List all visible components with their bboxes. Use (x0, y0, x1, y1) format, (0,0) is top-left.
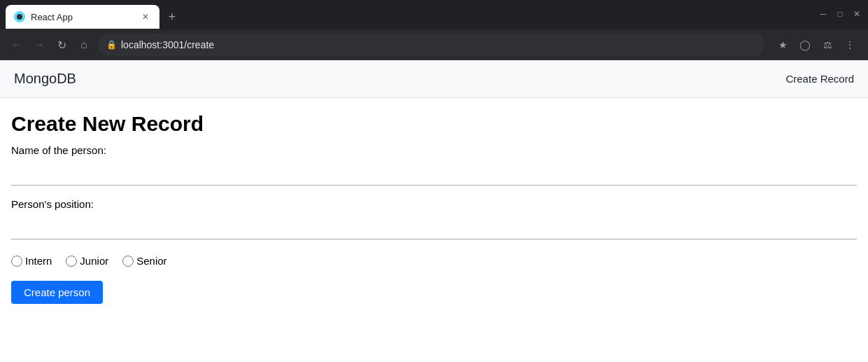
senior-label: Senior (136, 255, 166, 267)
name-label: Name of the person: (11, 144, 857, 156)
profile-icon[interactable]: ◯ (795, 35, 815, 55)
tab-title: React App (31, 12, 134, 22)
junior-radio-label[interactable]: Junior (66, 255, 108, 267)
home-button[interactable]: ⌂ (76, 36, 92, 53)
form-title: Create New Record (11, 112, 857, 136)
app-navbar: MongoDB Create Record (0, 60, 868, 98)
create-person-button[interactable]: Create person (11, 281, 103, 304)
bookmark-icon[interactable]: ★ (773, 35, 792, 55)
reload-button[interactable]: ↻ (53, 36, 70, 53)
back-button[interactable]: ← (8, 36, 25, 53)
position-label: Person's position: (11, 198, 857, 210)
create-record-link[interactable]: Create Record (785, 73, 854, 85)
maximize-button[interactable]: □ (834, 9, 846, 19)
browser-chrome: React App ✕ + ─ □ ✕ ← → ↻ ⌂ 🔒 localhost:… (0, 0, 868, 60)
url-bar[interactable]: 🔒 localhost:3001/create (98, 34, 764, 56)
intern-label: Intern (25, 255, 52, 267)
toolbar-icons: ★ ◯ ⚖ ⋮ (773, 35, 860, 55)
tab-bar: React App ✕ + ─ □ ✕ (0, 0, 868, 29)
minimize-button[interactable]: ─ (818, 9, 829, 19)
position-input[interactable] (11, 214, 857, 239)
lock-icon: 🔒 (106, 40, 117, 50)
tab-close-button[interactable]: ✕ (140, 11, 151, 22)
intern-radio[interactable] (11, 256, 22, 267)
app-main: Create New Record Name of the person: Pe… (0, 98, 868, 318)
close-window-button[interactable]: ✕ (851, 9, 862, 19)
extensions-icon[interactable]: ⚖ (818, 35, 837, 55)
app-content: MongoDB Create Record Create New Record … (0, 60, 868, 318)
level-radio-group: Intern Junior Senior (11, 255, 857, 267)
tab-favicon (14, 11, 25, 22)
intern-radio-label[interactable]: Intern (11, 255, 52, 267)
new-tab-button[interactable]: + (162, 7, 182, 27)
junior-radio[interactable] (66, 256, 77, 267)
app-brand: MongoDB (14, 71, 76, 87)
junior-label: Junior (80, 255, 108, 267)
window-controls: ─ □ ✕ (818, 9, 862, 25)
url-text: localhost:3001/create (121, 39, 214, 50)
senior-radio[interactable] (122, 256, 134, 267)
address-bar: ← → ↻ ⌂ 🔒 localhost:3001/create ★ ◯ ⚖ ⋮ (0, 29, 868, 60)
forward-button[interactable]: → (31, 36, 48, 53)
senior-radio-label[interactable]: Senior (122, 255, 166, 267)
browser-menu-icon[interactable]: ⋮ (840, 35, 860, 55)
active-tab[interactable]: React App ✕ (6, 5, 159, 29)
name-input[interactable] (11, 160, 857, 186)
